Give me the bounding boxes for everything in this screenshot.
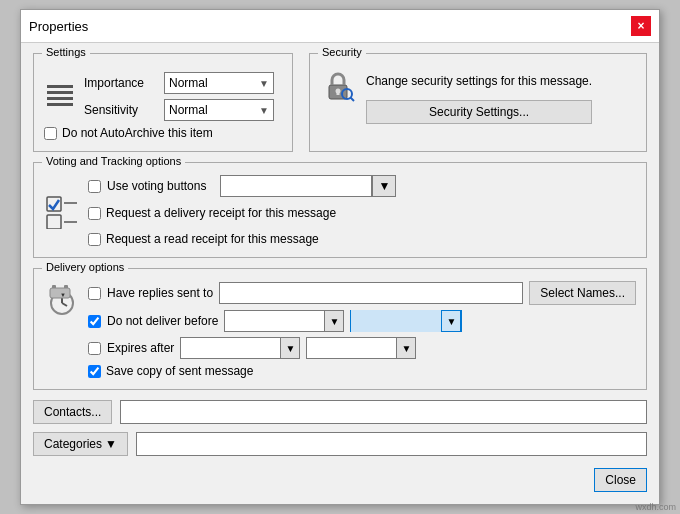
contacts-categories-row: Contacts... (33, 400, 647, 424)
importance-value: Normal (169, 76, 208, 90)
importance-dropdown[interactable]: Normal ▼ (164, 72, 274, 94)
expires-time-dropdown-btn[interactable]: ▼ (396, 337, 416, 359)
voting-icon (44, 194, 80, 230)
read-receipt-label: Request a read receipt for this message (106, 232, 319, 246)
expires-date-dropdown-btn[interactable]: ▼ (280, 337, 300, 359)
have-replies-input[interactable] (219, 282, 523, 304)
delivery-fields: Have replies sent to Select Names... Do … (88, 281, 636, 381)
watermark: wxdh.com (635, 502, 676, 512)
voting-buttons-input[interactable] (220, 175, 372, 197)
svg-line-8 (351, 98, 355, 102)
svg-rect-6 (337, 91, 340, 95)
contacts-input[interactable] (120, 400, 647, 424)
importance-row: Importance Normal ▼ Sensitivity Normal ▼ (44, 72, 282, 121)
sensitivity-label: Sensitivity (84, 103, 164, 117)
expires-date-input[interactable]: None (180, 337, 280, 359)
security-section-title: Security (318, 46, 366, 58)
close-icon[interactable]: × (631, 16, 651, 36)
svg-rect-3 (47, 103, 73, 106)
svg-rect-1 (47, 91, 73, 94)
categories-label: Categories (44, 437, 102, 451)
settings-section-title: Settings (42, 46, 90, 58)
importance-field: Importance Normal ▼ (84, 72, 274, 94)
sensitivity-dropdown-arrow: ▼ (259, 105, 269, 116)
save-copy-row: Save copy of sent message (88, 364, 636, 378)
save-copy-label: Save copy of sent message (106, 364, 253, 378)
do-not-deliver-label: Do not deliver before (107, 314, 218, 328)
deliver-time-dropdown-btn[interactable]: ▼ (441, 310, 461, 332)
use-voting-label: Use voting buttons (107, 179, 206, 193)
have-replies-checkbox[interactable] (88, 287, 101, 300)
expires-time-input[interactable]: 12:00 AM (306, 337, 396, 359)
autoarchive-label: Do not AutoArchive this item (62, 126, 213, 140)
security-inner: Change security settings for this messag… (320, 68, 636, 124)
expires-time-combo: 12:00 AM ▼ (306, 337, 416, 359)
settings-security-row: Settings Importance (33, 53, 647, 162)
categories-arrow-icon: ▼ (105, 437, 117, 451)
settings-section: Settings Importance (33, 53, 293, 152)
security-section: Security (309, 53, 647, 152)
expires-after-row: Expires after None ▼ 12:00 AM ▼ (88, 337, 636, 359)
svg-line-15 (62, 303, 67, 306)
delivery-receipt-label: Request a delivery receipt for this mess… (106, 206, 336, 220)
categories-btn-wrapper: Categories ▼ (33, 432, 128, 456)
svg-rect-10 (47, 215, 61, 229)
have-replies-row: Have replies sent to Select Names... (88, 281, 636, 305)
use-voting-row: Use voting buttons ▼ (88, 175, 396, 197)
voting-section: Voting and Tracking options Use voting b… (33, 162, 647, 258)
delivery-section-title: Delivery options (42, 261, 128, 273)
lock-icon (320, 68, 356, 104)
delivery-receipt-checkbox[interactable] (88, 207, 101, 220)
deliver-date-dropdown-btn[interactable]: ▼ (324, 310, 344, 332)
svg-text:▼: ▼ (60, 292, 66, 298)
properties-dialog: Properties × Settings (20, 9, 660, 505)
delivery-section: Delivery options ▼ (33, 268, 647, 390)
save-copy-checkbox[interactable] (88, 365, 101, 378)
security-right: Change security settings for this messag… (366, 68, 592, 124)
voting-checkboxes: Use voting buttons ▼ Request a delivery … (88, 175, 396, 249)
close-dialog-button[interactable]: Close (594, 468, 647, 492)
read-receipt-checkbox[interactable] (88, 233, 101, 246)
sensitivity-value: Normal (169, 103, 208, 117)
expires-after-label: Expires after (107, 341, 174, 355)
dialog-body: Settings Importance (21, 43, 659, 504)
do-not-deliver-checkbox[interactable] (88, 315, 101, 328)
deliver-date-input[interactable]: 11/20/2019 (224, 310, 324, 332)
expires-date-combo: None ▼ (180, 337, 300, 359)
voting-dropdown-btn[interactable]: ▼ (372, 175, 396, 197)
categories-button[interactable]: Categories ▼ (33, 432, 128, 456)
use-voting-checkbox[interactable] (88, 180, 101, 193)
voting-inner: Use voting buttons ▼ Request a delivery … (44, 175, 636, 249)
autoarchive-checkbox[interactable] (44, 127, 57, 140)
importance-label: Importance (84, 76, 164, 90)
do-not-deliver-row: Do not deliver before 11/20/2019 ▼ 5:00 … (88, 310, 636, 332)
sensitivity-field: Sensitivity Normal ▼ (84, 99, 274, 121)
categories-row: Categories ▼ None (33, 432, 647, 456)
security-settings-button[interactable]: Security Settings... (366, 100, 592, 124)
deliver-date-combo: 11/20/2019 ▼ (224, 310, 344, 332)
dialog-title: Properties (29, 19, 88, 34)
delivery-inner: ▼ Have replies sent to Select Names... D… (44, 281, 636, 381)
categories-input[interactable]: None (136, 432, 647, 456)
select-names-button[interactable]: Select Names... (529, 281, 636, 305)
delivery-receipt-row: Request a delivery receipt for this mess… (88, 206, 396, 220)
expires-after-checkbox[interactable] (88, 342, 101, 355)
importance-dropdown-arrow: ▼ (259, 78, 269, 89)
contacts-button[interactable]: Contacts... (33, 400, 112, 424)
autoarchive-row: Do not AutoArchive this item (44, 126, 282, 140)
deliver-time-input[interactable]: 5:00 PM (351, 310, 441, 332)
title-bar: Properties × (21, 10, 659, 43)
have-replies-label: Have replies sent to (107, 286, 213, 300)
footer-row: Close (33, 464, 647, 494)
sensitivity-dropdown[interactable]: Normal ▼ (164, 99, 274, 121)
security-description: Change security settings for this messag… (366, 74, 592, 88)
voting-section-title: Voting and Tracking options (42, 155, 185, 167)
svg-rect-0 (47, 85, 73, 88)
read-receipt-row: Request a read receipt for this message (88, 232, 396, 246)
svg-rect-2 (47, 97, 73, 100)
settings-icon (44, 81, 76, 113)
deliver-time-combo: 5:00 PM ▼ (350, 310, 462, 332)
clock-icon: ▼ (44, 281, 80, 317)
